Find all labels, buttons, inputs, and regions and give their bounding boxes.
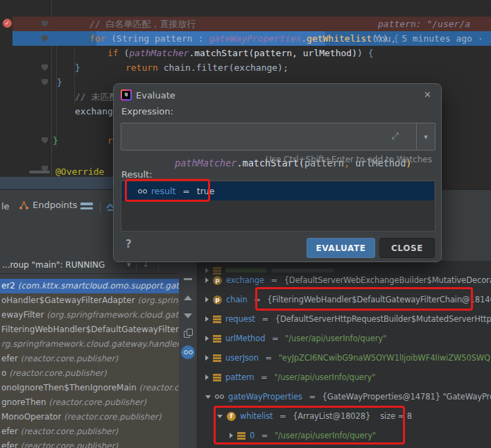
collection-size: size = 8 xyxy=(380,411,412,421)
chevron-right-icon[interactable] xyxy=(205,277,209,283)
variable-value: "eyJpZCI6NCwibG9naW5OYW1lIjoibWF4IiwiZW5… xyxy=(279,353,490,363)
chevron-right-icon[interactable] xyxy=(230,433,233,438)
stack-frame[interactable]: o (reactor.core.publisher) xyxy=(0,366,179,381)
chevron-right-icon[interactable] xyxy=(205,355,209,361)
expression-input[interactable]: pathMatcher.matchStart(pattern, urlMetho… xyxy=(121,123,436,150)
dialog-title: Evaluate xyxy=(136,90,175,101)
field-icon: f xyxy=(227,412,236,421)
move-up-icon[interactable] xyxy=(184,295,192,300)
frame-class: o xyxy=(1,368,9,378)
frame-package: (reactor.core.publisher) xyxy=(64,412,162,422)
parameter-icon: p xyxy=(213,276,222,285)
stack-frame[interactable]: MonoOperator (reactor.core.publisher) xyxy=(0,410,179,424)
stack-frame[interactable]: ewayFilter (org.springframework.cloud.ga… xyxy=(0,308,179,322)
code-line-return: return chain.filter(exchange); xyxy=(93,46,288,60)
close-icon[interactable]: ✕ xyxy=(424,89,431,100)
frame-package: (org.springfr xyxy=(137,295,179,305)
variable-value: {GateWayProperties@14781} "GateWayProp xyxy=(322,392,491,402)
parameter-icon: p xyxy=(213,295,222,304)
expand-editor-icon[interactable]: ⤢ xyxy=(392,130,399,141)
expression-label: Expression: xyxy=(121,106,173,117)
evaluate-dialog: IJ Evaluate ✕ Expression: pathMatcher.ma… xyxy=(113,83,442,262)
chevron-down-icon[interactable] xyxy=(205,395,211,399)
value-icon xyxy=(213,335,221,343)
variable-row-index0[interactable]: 0 = "/user/api/userInfo/query" xyxy=(198,428,491,443)
frame-class: er2 xyxy=(1,281,18,291)
variable-value: {ArrayList@18028} xyxy=(293,411,370,421)
result-row[interactable]: result = true xyxy=(122,182,434,200)
result-tree: result = true xyxy=(121,180,436,232)
chevron-right-icon[interactable] xyxy=(205,374,209,380)
move-down-icon[interactable] xyxy=(184,313,192,318)
copy-frames-icon[interactable] xyxy=(184,329,193,338)
equals: = xyxy=(259,431,270,440)
equals: = xyxy=(259,314,271,324)
ide-window: ✓ // 白名单匹配，直接放行 for (String pattern : ga… xyxy=(0,0,491,448)
stack-frame[interactable]: oHandler$GatewayFilterAdapter (org.sprin… xyxy=(0,293,179,308)
value-icon xyxy=(237,432,246,440)
tab-endpoints-label: Endpoints xyxy=(33,200,78,210)
code-text: ) xyxy=(357,48,368,58)
stack-frame[interactable]: efer (reactor.core.publisher) xyxy=(0,352,179,366)
remove-icon[interactable] xyxy=(184,278,192,280)
stack-frame[interactable]: rg.springframework.cloud.gateway.handler… xyxy=(0,337,179,352)
frame-package: (reactor.core.publisher) xyxy=(21,441,119,448)
stack-frame[interactable]: er2 (com.kttx.smartcloud.omo.support.gat… xyxy=(0,279,179,293)
equals: = xyxy=(269,334,281,343)
chevron-right-icon[interactable] xyxy=(205,316,209,322)
value-icon xyxy=(213,316,221,323)
variable-row-request[interactable]: request = {DefaultServerHttpRequestBuild… xyxy=(198,311,491,327)
variable-row-gatewayproperties[interactable]: gateWayProperties = {GateWayProperties@1… xyxy=(198,389,491,404)
frame-class: ewayFilter xyxy=(1,310,46,320)
equals: = xyxy=(259,372,270,382)
variable-value: "/user/api/userInfo/query" xyxy=(274,372,375,382)
stack-frame[interactable]: efer (reactor.core.publisher) xyxy=(0,439,179,448)
evaluate-button[interactable]: EVALUATE xyxy=(307,238,375,258)
close-button[interactable]: CLOSE xyxy=(379,238,435,258)
fold-handle-icon[interactable] xyxy=(42,137,48,144)
fold-handle-icon[interactable] xyxy=(42,64,48,71)
stack-frame[interactable]: onoIgnoreThen$ThenIgnoreMain (reactor.co xyxy=(0,381,179,395)
collapsed-region-pill[interactable] xyxy=(29,171,50,173)
toolbar-separator xyxy=(100,202,101,213)
variable-value: {DefaultServerHttpRequestBuilder$Mutated… xyxy=(275,314,491,324)
tab-endpoints[interactable]: Endpoints xyxy=(19,200,78,210)
frame-package: (reactor.core.publisher) xyxy=(21,354,119,363)
stack-frame[interactable]: FilteringWebHandler$DefaultGatewayFilter… xyxy=(0,322,179,337)
frame-class: MonoOperator xyxy=(1,412,64,422)
breakpoint-icon[interactable]: ✓ xyxy=(3,19,12,28)
variable-row-urlmethod[interactable]: urlMethod = "/user/api/userInfo/query" xyxy=(198,331,491,346)
close-brace-if: } xyxy=(75,60,80,75)
frames-toolbar xyxy=(179,261,197,448)
frame-package: (reactor.co xyxy=(139,383,179,393)
variable-row-whitelist[interactable]: f whitelist = {ArrayList@18028}size = 8 xyxy=(198,408,491,424)
variable-name: gateWayProperties xyxy=(228,392,302,402)
frame-class: FilteringWebHandler$DefaultGatewayFilter… xyxy=(1,325,179,334)
variable-row-userjson[interactable]: userJson = "eyJpZCI6NCwibG9naW5OYW1lIjoi… xyxy=(198,350,491,365)
close-brace-method: } xyxy=(53,133,58,148)
thread-label: ...roup "main": RUNNING xyxy=(2,260,105,270)
expression-code: pathMatcher.matchStart(pattern, urlMetho… xyxy=(130,123,411,150)
code-line-comment2: // 未匹配 xyxy=(75,89,118,104)
stack-frame[interactable]: efer (reactor.core.publisher) xyxy=(0,424,179,439)
stack-frame[interactable]: gnoreThen (reactor.core.publisher) xyxy=(0,395,179,410)
variable-row-pattern[interactable]: pattern = "/user/api/userInfo/query" xyxy=(198,370,491,385)
variable-row-chain[interactable]: p chain = {FilteringWebHandler$DefaultGa… xyxy=(198,292,491,307)
variable-row-exchange[interactable]: p exchange = {DefaultServerWebExchangeBu… xyxy=(198,273,491,288)
help-icon[interactable]: ? xyxy=(126,238,132,250)
watches-badge-icon[interactable] xyxy=(181,345,195,359)
layout-settings-icon[interactable] xyxy=(80,203,93,212)
variable-name: chain xyxy=(226,295,248,304)
close-brace-for: } xyxy=(57,75,62,89)
expression-history-dropdown[interactable]: ▾ xyxy=(416,123,435,150)
chevron-right-icon[interactable] xyxy=(205,336,209,341)
fold-handle-icon[interactable] xyxy=(42,79,48,85)
value-icon xyxy=(213,374,221,381)
variable-name: pattern xyxy=(225,372,255,382)
variable-value: "/user/api/userInfo/query" xyxy=(275,431,376,440)
chevron-down-icon[interactable] xyxy=(217,415,223,418)
tab-console-partial[interactable]: le xyxy=(1,201,10,212)
variable-name: whitelist xyxy=(240,411,273,421)
chevron-right-icon[interactable] xyxy=(205,297,209,302)
watch-icon xyxy=(138,189,147,193)
